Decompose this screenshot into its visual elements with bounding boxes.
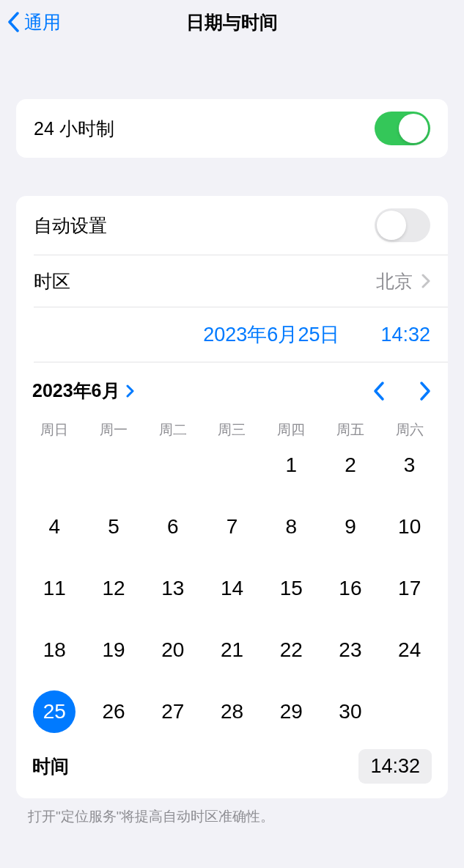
day-cell[interactable]: 11: [25, 567, 84, 610]
weekday-label: 周六: [380, 420, 439, 440]
month-label-text: 2023年6月: [32, 379, 120, 403]
weekday-label: 周一: [84, 420, 144, 440]
section-24hour: 24 小时制: [16, 99, 448, 158]
day-cell[interactable]: 8: [262, 506, 321, 548]
day-cell[interactable]: 16: [321, 567, 380, 610]
day-cell[interactable]: 7: [202, 506, 262, 548]
day-cell[interactable]: 5: [84, 506, 144, 548]
day-cell[interactable]: 29: [262, 690, 321, 733]
day-cell[interactable]: 26: [84, 690, 144, 733]
weekday-label: 周日: [25, 420, 84, 440]
label-24hour: 24 小时制: [34, 117, 114, 141]
toggle-knob: [399, 114, 428, 143]
toggle-auto-set[interactable]: [375, 208, 430, 242]
row-timezone[interactable]: 时区 北京: [16, 255, 448, 307]
row-auto-set: 自动设置: [16, 196, 448, 255]
weekday-header: 周日周一周二周三周四周五周六: [16, 410, 448, 444]
timezone-text: 北京: [376, 269, 413, 293]
day-cell[interactable]: 14: [202, 567, 262, 610]
selected-day-indicator: 25: [33, 690, 76, 733]
section-datetime: 自动设置 时区 北京 2023年6月25日 14:32 2023年6月: [16, 196, 448, 798]
month-nav: 2023年6月: [16, 362, 448, 410]
day-cell[interactable]: 18: [25, 629, 84, 671]
weekday-label: 周三: [202, 420, 262, 440]
day-cell[interactable]: 22: [262, 629, 321, 671]
day-cell[interactable]: 15: [262, 567, 321, 610]
calendar-grid: 1234567891011121314151617181920212223242…: [16, 444, 448, 736]
next-month-button[interactable]: [419, 381, 432, 401]
value-timezone: 北京: [376, 269, 430, 293]
datetime-display: 2023年6月25日 14:32: [16, 307, 448, 362]
row-24hour: 24 小时制: [16, 99, 448, 158]
time-row: 时间 14:32: [16, 736, 448, 798]
chevron-right-icon: [126, 384, 135, 398]
day-cell-empty: [25, 444, 84, 486]
day-cell[interactable]: 23: [321, 629, 380, 671]
chevron-right-icon: [421, 274, 430, 288]
date-picker-value[interactable]: 2023年6月25日: [203, 321, 339, 348]
weekday-label: 周二: [143, 420, 202, 440]
time-picker-value[interactable]: 14:32: [380, 324, 430, 346]
day-cell[interactable]: 20: [143, 629, 202, 671]
time-value-button[interactable]: 14:32: [358, 749, 432, 784]
day-cell[interactable]: 12: [84, 567, 144, 610]
navigation-header: 通用 日期与时间: [0, 0, 464, 44]
toggle-24hour[interactable]: [375, 112, 430, 145]
day-cell[interactable]: 4: [25, 506, 84, 548]
day-cell[interactable]: 6: [143, 506, 202, 548]
month-picker[interactable]: 2023年6月: [32, 379, 135, 403]
label-auto-set: 自动设置: [34, 214, 107, 238]
day-cell[interactable]: 25: [25, 690, 84, 733]
day-cell[interactable]: 9: [321, 506, 380, 548]
day-cell[interactable]: 10: [380, 506, 439, 548]
day-cell[interactable]: 19: [84, 629, 144, 671]
page-title: 日期与时间: [186, 10, 278, 34]
day-cell[interactable]: 13: [143, 567, 202, 610]
label-timezone: 时区: [34, 269, 70, 293]
weekday-label: 周五: [321, 420, 380, 440]
day-cell[interactable]: 2: [321, 444, 380, 486]
day-cell[interactable]: 24: [380, 629, 439, 671]
day-cell-empty: [143, 444, 202, 486]
day-cell[interactable]: 1: [262, 444, 321, 486]
footer-hint: 打开"定位服务"将提高自动时区准确性。: [28, 807, 436, 826]
back-label: 通用: [24, 10, 61, 34]
day-cell[interactable]: 3: [380, 444, 439, 486]
chevron-left-icon: [7, 12, 20, 32]
time-label: 时间: [32, 754, 69, 778]
day-cell[interactable]: 21: [202, 629, 262, 671]
day-cell[interactable]: 27: [143, 690, 202, 733]
toggle-knob: [377, 211, 406, 240]
month-nav-arrows: [372, 381, 432, 401]
day-cell[interactable]: 28: [202, 690, 262, 733]
day-cell-empty: [202, 444, 262, 486]
day-cell[interactable]: 30: [321, 690, 380, 733]
day-cell-empty: [84, 444, 144, 486]
weekday-label: 周四: [262, 420, 321, 440]
prev-month-button[interactable]: [372, 381, 386, 401]
day-cell[interactable]: 17: [380, 567, 439, 610]
back-button[interactable]: 通用: [7, 10, 61, 34]
